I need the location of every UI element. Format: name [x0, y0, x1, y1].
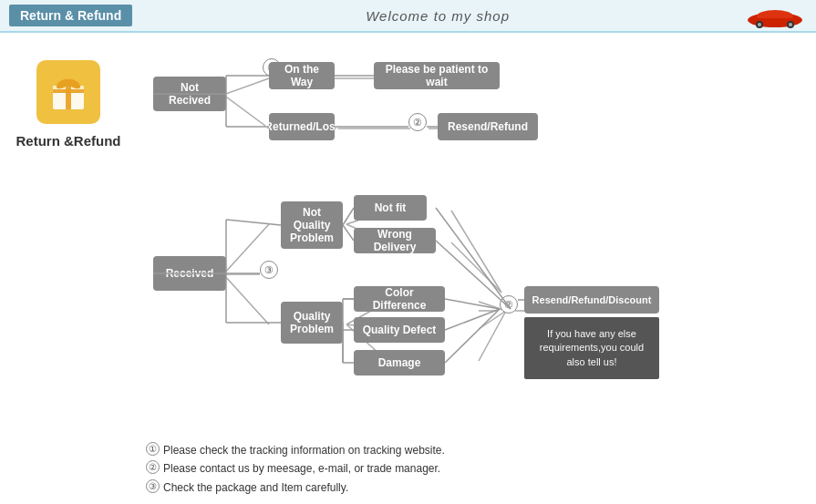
left-label: Return &Refund: [16, 133, 121, 149]
note-item-3: ③ Check the package and Item carefully.: [146, 478, 445, 497]
note-text-3: Check the package and Item carefully.: [163, 478, 348, 497]
diagram-lines: [128, 42, 816, 504]
left-panel: Return &Refund: [9, 42, 128, 504]
node-please-patient: Please be patient to wait: [374, 62, 500, 89]
circle-num-2-bottom: ②: [500, 295, 518, 314]
extra-lines: [128, 42, 816, 504]
svg-line-43: [226, 220, 281, 225]
svg-point-4: [758, 23, 761, 26]
svg-line-30: [451, 242, 501, 293]
node-if-any: If you have any else requirements,you co…: [524, 317, 659, 379]
svg-rect-10: [53, 89, 84, 93]
note-circle-3: ③: [146, 479, 160, 493]
main-content: Return &Refund: [0, 33, 816, 504]
svg-line-58: [445, 309, 500, 363]
note-circle-1: ①: [146, 442, 160, 456]
header-car-icon: [743, 2, 807, 29]
header-welcome: Welcome to my shop: [366, 8, 510, 24]
note-text-2: Please contact us by meesage, e-mail, or…: [163, 459, 440, 478]
header-title: Return & Refund: [9, 5, 132, 26]
node-resend-refund-top: Resend/Refund: [438, 113, 538, 140]
svg-rect-9: [66, 86, 71, 109]
svg-line-15: [223, 95, 269, 129]
node-resend-refund-discount: Resend/Refund/Discount: [524, 286, 659, 314]
svg-line-46: [343, 208, 354, 225]
svg-line-57: [445, 309, 500, 330]
header: Return & Refund Welcome to my shop: [0, 0, 816, 33]
node-returned-lost: Returned/Lost: [269, 113, 335, 140]
svg-line-56: [445, 299, 500, 309]
note-text-1: Please check the tracking information on…: [163, 441, 445, 459]
note-item-1: ① Please check the tracking information …: [146, 441, 445, 459]
node-wrong-delivery: Wrong Delivery: [354, 228, 436, 253]
node-not-received: Not Recived: [153, 77, 226, 111]
svg-line-33: [479, 311, 506, 361]
node-quality-problem: Quality Problem: [281, 302, 343, 344]
circle-num-3: ③: [260, 261, 278, 279]
svg-line-54: [436, 208, 511, 309]
diagram: ① Not Recived On the Way Returned/Lost P…: [128, 42, 816, 504]
svg-line-20: [223, 274, 269, 324]
node-received: Received: [153, 256, 226, 291]
gift-icon-wrapper: [36, 60, 100, 124]
circle-num-2-top: ②: [408, 113, 427, 131]
node-damage: Damage: [354, 350, 445, 375]
svg-line-14: [223, 78, 269, 95]
node-not-fit: Not fit: [354, 195, 427, 221]
node-on-the-way: On the Way: [269, 62, 335, 89]
node-not-quality: Not Quality Problem: [281, 201, 343, 249]
node-quality-defect: Quality Defect: [354, 317, 445, 343]
note-circle-2: ②: [146, 460, 160, 474]
gift-icon: [46, 69, 91, 115]
notes-section: ① Please check the tracking information …: [146, 441, 445, 497]
svg-point-13: [66, 81, 71, 87]
svg-line-47: [343, 225, 354, 241]
svg-point-6: [789, 23, 792, 26]
note-item-2: ② Please contact us by meesage, e-mail, …: [146, 459, 445, 478]
svg-line-32: [479, 311, 506, 329]
svg-line-55: [436, 241, 511, 309]
svg-line-29: [451, 211, 501, 293]
node-color-difference: Color Difference: [354, 286, 445, 312]
